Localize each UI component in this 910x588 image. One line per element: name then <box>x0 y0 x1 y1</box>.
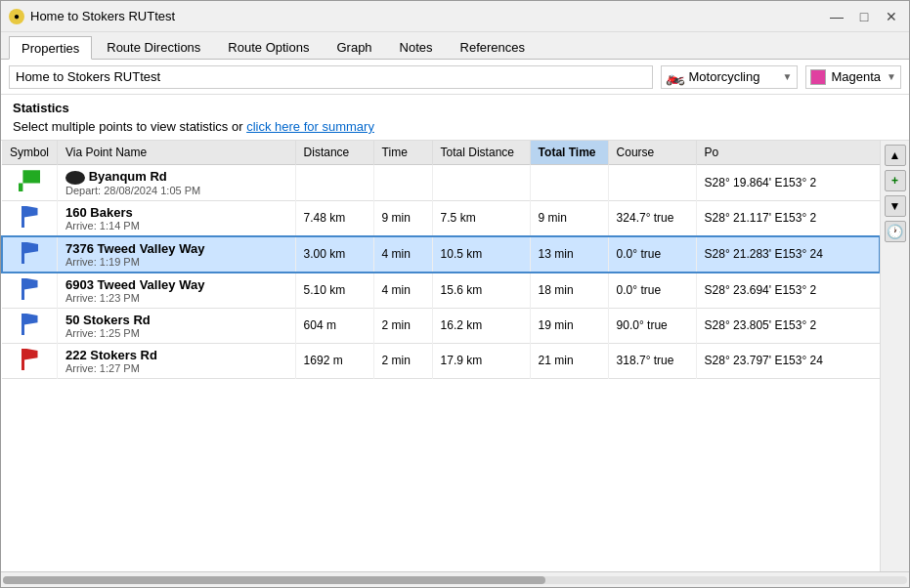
title-bar: ● Home to Stokers RUTtest — □ ✕ <box>1 1 909 32</box>
table-container[interactable]: Symbol Via Point Name Distance Time Tota <box>1 141 880 571</box>
horizontal-scrollbar[interactable] <box>1 571 909 587</box>
route-table: Symbol Via Point Name Distance Time Tota <box>1 141 880 379</box>
time-cell: 4 min <box>373 273 432 309</box>
via-point-time: Arrive: 1:19 PM <box>65 256 287 268</box>
distance-cell: 7.48 km <box>295 200 373 236</box>
close-button[interactable]: ✕ <box>882 7 901 26</box>
table-header-row: Symbol Via Point Name Distance Time Tota <box>2 141 880 165</box>
total-distance-cell: 15.6 km <box>432 273 530 309</box>
course-cell: 324.7° true <box>608 200 696 236</box>
statistics-title: Statistics <box>13 101 897 115</box>
tab-graph[interactable]: Graph <box>324 35 384 59</box>
route-name-input[interactable] <box>9 65 653 89</box>
statistics-bar: Statistics Select multiple points to vie… <box>1 95 909 141</box>
scrollbar-thumb <box>3 576 545 584</box>
total-distance-cell: 16.2 km <box>432 308 530 343</box>
time-cell: 9 min <box>373 200 432 236</box>
distance-cell: 5.10 km <box>295 273 373 309</box>
distance-cell <box>295 165 373 201</box>
via-point-time: Arrive: 1:23 PM <box>65 292 287 304</box>
col-distance[interactable]: Distance <box>295 141 373 165</box>
color-swatch <box>810 69 826 85</box>
table-row[interactable]: 160 Bakers Arrive: 1:14 PM 7.48 km 9 min… <box>2 200 880 236</box>
total-distance-cell <box>432 165 530 201</box>
tab-properties[interactable]: Properties <box>9 36 92 60</box>
distance-cell: 3.00 km <box>295 236 373 273</box>
table-row[interactable]: 7376 Tweed Valley Way Arrive: 1:19 PM 3.… <box>2 236 880 273</box>
table-row[interactable]: 6903 Tweed Valley Way Arrive: 1:23 PM 5.… <box>2 273 880 309</box>
position-cell: S28° 21.117' E153° 2 <box>696 200 880 236</box>
table-row[interactable]: Byanqum Rd Depart: 28/08/2024 1:05 PM S2… <box>2 165 880 201</box>
chevron-down-icon: ▼ <box>783 71 793 82</box>
via-point-name: 6903 Tweed Valley Way <box>65 277 287 292</box>
chevron-down-icon: ▼ <box>887 71 896 82</box>
table-row[interactable]: 222 Stokers Rd Arrive: 1:27 PM 1692 m 2 … <box>2 343 880 378</box>
symbol-cell <box>2 273 58 309</box>
summary-link[interactable]: click here for summary <box>246 119 374 134</box>
via-point-name: 160 Bakers <box>65 205 287 220</box>
via-point-name: 50 Stokers Rd <box>65 313 287 327</box>
transport-dropdown[interactable]: 🏍️ Motorcycling ▼ <box>661 65 798 89</box>
via-point-cell: 222 Stokers Rd Arrive: 1:27 PM <box>58 343 296 378</box>
position-cell: S28° 19.864' E153° 2 <box>696 165 880 201</box>
time-cell: 2 min <box>373 308 432 343</box>
col-course[interactable]: Course <box>608 141 696 165</box>
course-cell: 318.7° true <box>608 343 696 378</box>
tab-route-options[interactable]: Route Options <box>215 35 322 59</box>
via-point-cell: 160 Bakers Arrive: 1:14 PM <box>58 200 296 236</box>
time-cell: 4 min <box>373 236 432 273</box>
course-cell: 0.0° true <box>608 236 696 273</box>
app-icon: ● <box>9 9 24 24</box>
via-point-name: Byanqum Rd <box>65 169 287 185</box>
total-time-cell: 13 min <box>530 236 608 273</box>
scroll-up-button[interactable]: ▲ <box>885 145 906 166</box>
color-dropdown[interactable]: Magenta ▼ <box>805 65 902 89</box>
maximize-button[interactable]: □ <box>854 7 874 26</box>
col-symbol[interactable]: Symbol <box>2 141 58 165</box>
main-window: ● Home to Stokers RUTtest — □ ✕ Properti… <box>0 0 910 588</box>
scroll-down-button[interactable]: ▼ <box>885 195 906 217</box>
statistics-description[interactable]: Select multiple points to view statistic… <box>13 119 897 134</box>
total-distance-cell: 7.5 km <box>432 200 530 236</box>
course-cell <box>608 165 696 201</box>
motorcycle-icon: 🏍️ <box>666 67 685 86</box>
table-row[interactable]: 50 Stokers Rd Arrive: 1:25 PM 604 m 2 mi… <box>2 308 880 343</box>
total-time-cell: 21 min <box>530 343 608 378</box>
tab-notes[interactable]: Notes <box>387 35 446 59</box>
add-button[interactable]: + <box>885 170 906 191</box>
window-controls: — □ ✕ <box>827 7 901 26</box>
via-point-name: 7376 Tweed Valley Way <box>65 241 287 256</box>
via-point-time: Depart: 28/08/2024 1:05 PM <box>65 185 287 196</box>
total-time-cell <box>530 165 608 201</box>
symbol-cell <box>2 343 58 378</box>
total-distance-cell: 10.5 km <box>432 236 530 273</box>
toolbar: 🏍️ Motorcycling ▼ Magenta ▼ <box>1 60 909 95</box>
symbol-cell <box>2 165 58 201</box>
via-point-name: 222 Stokers Rd <box>65 348 287 362</box>
tab-route-directions[interactable]: Route Directions <box>94 35 213 59</box>
symbol-cell <box>2 236 58 273</box>
position-cell: S28° 21.283' E153° 24 <box>696 236 880 273</box>
distance-cell: 1692 m <box>295 343 373 378</box>
via-point-cell: 7376 Tweed Valley Way Arrive: 1:19 PM <box>58 236 296 273</box>
position-cell: S28° 23.805' E153° 2 <box>696 308 880 343</box>
course-cell: 0.0° true <box>608 273 696 309</box>
via-point-cell: 6903 Tweed Valley Way Arrive: 1:23 PM <box>58 273 296 309</box>
symbol-cell <box>2 200 58 236</box>
col-time[interactable]: Time <box>373 141 432 165</box>
total-time-cell: 19 min <box>530 308 608 343</box>
col-via-point[interactable]: Via Point Name <box>58 141 296 165</box>
col-position[interactable]: Po <box>696 141 880 165</box>
via-point-cell: 50 Stokers Rd Arrive: 1:25 PM <box>58 308 296 343</box>
position-cell: S28° 23.797' E153° 24 <box>696 343 880 378</box>
tab-bar: Properties Route Directions Route Option… <box>1 32 909 60</box>
distance-cell: 604 m <box>295 308 373 343</box>
tab-references[interactable]: References <box>448 35 538 59</box>
clock-button[interactable]: 🕐 <box>885 221 906 242</box>
minimize-button[interactable]: — <box>827 7 846 26</box>
total-time-cell: 18 min <box>530 273 608 309</box>
course-cell: 90.0° true <box>608 308 696 343</box>
total-distance-cell: 17.9 km <box>432 343 530 378</box>
col-total-distance[interactable]: Total Distance <box>432 141 530 165</box>
col-total-time[interactable]: Total Time <box>530 141 608 165</box>
